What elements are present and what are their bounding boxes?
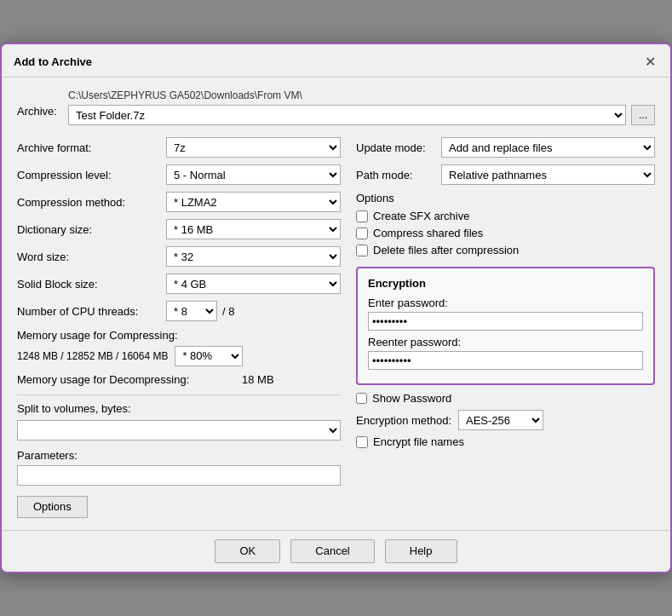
solid-block-label: Solid Block size: bbox=[17, 278, 166, 291]
mem-decomp-val: 18 MB bbox=[242, 373, 274, 386]
mem-decomp-row: Memory usage for Decompressing: 18 MB bbox=[17, 373, 341, 386]
create-sfx-label: Create SFX archive bbox=[373, 210, 469, 222]
archive-path-col: C:\Users\ZEPHYRUS GA502\Downloads\From V… bbox=[68, 89, 655, 125]
update-mode-label: Update mode: bbox=[356, 141, 441, 154]
archive-filename-select[interactable]: Test Folder.7z bbox=[68, 105, 626, 125]
path-mode-label: Path mode: bbox=[356, 169, 441, 181]
delete-files-checkbox[interactable] bbox=[356, 245, 368, 256]
word-size-row: Word size: * 32 bbox=[17, 246, 341, 267]
left-column: Archive format: 7z Compression level: 5 … bbox=[17, 137, 341, 517]
path-mode-select[interactable]: Relative pathnames bbox=[441, 164, 655, 185]
compress-shared-checkbox[interactable] bbox=[356, 227, 368, 239]
solid-block-row: Solid Block size: * 4 GB bbox=[17, 273, 341, 294]
archive-format-label: Archive format: bbox=[17, 141, 166, 154]
archive-format-row: Archive format: 7z bbox=[17, 137, 341, 158]
cancel-button[interactable]: Cancel bbox=[290, 539, 374, 563]
word-size-label: Word size: bbox=[17, 250, 166, 263]
mem-compress-vals: 1248 MB / 12852 MB / 16064 MB bbox=[17, 350, 168, 362]
solid-block-select[interactable]: * 4 GB bbox=[166, 273, 341, 294]
dictionary-size-select[interactable]: * 16 MB bbox=[166, 219, 341, 239]
compression-method-select[interactable]: * LZMA2 bbox=[166, 192, 341, 212]
delete-files-label: Delete files after compression bbox=[373, 244, 519, 256]
params-label: Parameters: bbox=[17, 449, 341, 462]
cpu-threads-row: Number of CPU threads: * 8 / 8 bbox=[17, 301, 341, 321]
encryption-box: Encryption Enter password: Reenter passw… bbox=[356, 267, 655, 385]
mem-compress-section: Memory usage for Compressing: 1248 MB / … bbox=[17, 328, 341, 366]
show-password-row: Show Password bbox=[356, 392, 655, 405]
enter-password-label: Enter password: bbox=[368, 296, 643, 309]
dictionary-size-row: Dictionary size: * 16 MB bbox=[17, 219, 341, 239]
show-password-checkbox[interactable] bbox=[356, 393, 367, 404]
cpu-threads-max: / 8 bbox=[222, 305, 234, 318]
split-select[interactable] bbox=[17, 420, 341, 440]
mem-compress-select[interactable]: * 80% bbox=[175, 346, 243, 366]
options-group-label: Options bbox=[356, 192, 655, 204]
main-grid: Archive format: 7z Compression level: 5 … bbox=[17, 137, 655, 517]
archive-path: C:\Users\ZEPHYRUS GA502\Downloads\From V… bbox=[68, 89, 655, 101]
compression-level-select[interactable]: 5 - Normal bbox=[166, 164, 341, 185]
footer: OK Cancel Help bbox=[2, 530, 670, 572]
enc-method-label: Encryption method: bbox=[356, 414, 451, 427]
split-label: Split to volumes, bytes: bbox=[17, 402, 341, 415]
dialog-title: Add to Archive bbox=[14, 55, 92, 68]
enc-method-row: Encryption method: AES-256 bbox=[356, 410, 655, 430]
path-mode-row: Path mode: Relative pathnames bbox=[356, 164, 655, 185]
mem-decomp-label: Memory usage for Decompressing: bbox=[17, 373, 238, 386]
encrypt-filenames-checkbox[interactable] bbox=[356, 436, 368, 448]
compression-level-row: Compression level: 5 - Normal bbox=[17, 164, 341, 185]
archive-label: Archive: bbox=[17, 89, 68, 118]
encrypt-filenames-label: Encrypt file names bbox=[373, 435, 464, 448]
encrypt-filenames-row: Encrypt file names bbox=[356, 435, 655, 448]
browse-button[interactable]: ... bbox=[631, 105, 655, 125]
compression-method-label: Compression method: bbox=[17, 196, 166, 209]
enc-method-select[interactable]: AES-256 bbox=[458, 410, 543, 430]
ok-button[interactable]: OK bbox=[215, 539, 280, 563]
compression-level-label: Compression level: bbox=[17, 169, 166, 181]
archive-format-select[interactable]: 7z bbox=[166, 137, 341, 158]
compress-shared-label: Compress shared files bbox=[373, 227, 483, 239]
cpu-threads-select[interactable]: * 8 bbox=[166, 301, 217, 321]
archive-input-row: Test Folder.7z ... bbox=[68, 105, 655, 125]
show-password-label: Show Password bbox=[372, 392, 451, 405]
params-input[interactable] bbox=[17, 465, 341, 486]
word-size-select[interactable]: * 32 bbox=[166, 246, 341, 267]
options-button[interactable]: Options bbox=[17, 496, 88, 518]
encryption-section-title: Encryption bbox=[368, 277, 643, 290]
right-column: Update mode: Add and replace files Path … bbox=[356, 137, 655, 517]
mem-compress-row: 1248 MB / 12852 MB / 16064 MB * 80% bbox=[17, 346, 341, 366]
mem-compress-label: Memory usage for Compressing: bbox=[17, 328, 341, 343]
compression-method-row: Compression method: * LZMA2 bbox=[17, 192, 341, 212]
help-button[interactable]: Help bbox=[385, 539, 457, 563]
cpu-threads-label: Number of CPU threads: bbox=[17, 305, 166, 318]
dictionary-size-label: Dictionary size: bbox=[17, 223, 166, 236]
archive-row: Archive: C:\Users\ZEPHYRUS GA502\Downloa… bbox=[17, 89, 655, 125]
add-to-archive-dialog: Add to Archive ✕ Archive: C:\Users\ZEPHY… bbox=[0, 43, 672, 573]
create-sfx-row: Create SFX archive bbox=[356, 210, 655, 222]
compress-shared-row: Compress shared files bbox=[356, 227, 655, 239]
enter-password-input[interactable] bbox=[368, 312, 643, 331]
reenter-password-label: Reenter password: bbox=[368, 336, 643, 348]
reenter-password-input[interactable] bbox=[368, 351, 643, 370]
create-sfx-checkbox[interactable] bbox=[356, 210, 368, 222]
delete-files-row: Delete files after compression bbox=[356, 244, 655, 256]
update-mode-row: Update mode: Add and replace files bbox=[356, 137, 655, 158]
title-bar: Add to Archive ✕ bbox=[2, 44, 670, 78]
close-button[interactable]: ✕ bbox=[641, 53, 658, 70]
update-mode-select[interactable]: Add and replace files bbox=[441, 137, 655, 158]
